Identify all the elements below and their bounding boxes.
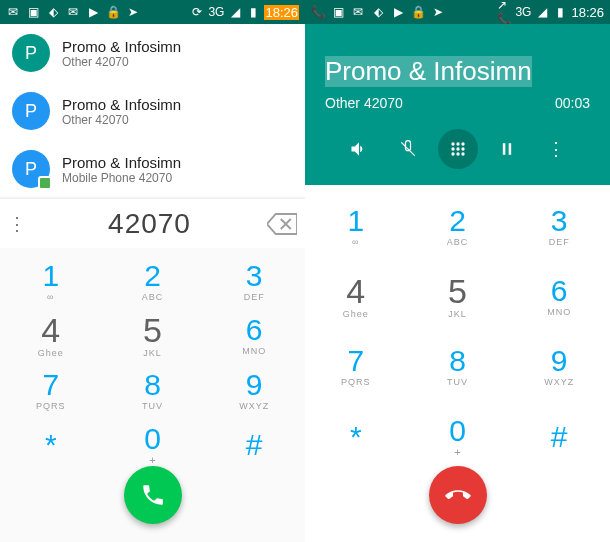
contact-name: Promo & Infosimn — [62, 96, 181, 113]
status-left-icons: ✉ ▣ ⬖ ✉ ▶ 🔒 ➤ — [6, 5, 140, 19]
hold-button[interactable] — [487, 129, 527, 169]
svg-point-0 — [451, 142, 454, 145]
dialpad-key-2[interactable]: 2ABC — [102, 254, 204, 309]
dialpad-button[interactable] — [438, 129, 478, 169]
phone-icon — [140, 482, 166, 508]
contact-number: Other 42070 — [62, 113, 181, 127]
suggestion-text: Promo & Infosimn Other 42070 — [62, 38, 181, 69]
network-label: 3G — [208, 5, 224, 19]
dialpad-key-4[interactable]: 4Ghee — [305, 261, 407, 331]
dialpad-key-5[interactable]: 5JKL — [407, 261, 509, 331]
call-duration: 00:03 — [555, 95, 590, 111]
key-letters: PQRS — [36, 401, 66, 411]
svg-point-8 — [461, 152, 464, 155]
key-letters: WXYZ — [239, 401, 269, 411]
dialpad-key-5[interactable]: 5JKL — [102, 309, 204, 364]
sync-icon: ⟳ — [190, 5, 204, 19]
svg-point-7 — [456, 152, 459, 155]
overflow-menu-button[interactable]: ⋮ — [8, 213, 32, 235]
dialpad-key-6[interactable]: 6MNO — [508, 261, 610, 331]
sim-badge-icon — [38, 176, 52, 190]
key-letters: JKL — [448, 309, 467, 319]
hangup-button[interactable] — [429, 466, 487, 524]
dialer-screen: ✉ ▣ ⬖ ✉ ▶ 🔒 ➤ ⟳ 3G ◢ ▮ 18:26 P Promo & I… — [0, 0, 305, 542]
key-letters: DEF — [244, 292, 265, 302]
network-label: 3G — [515, 5, 531, 19]
status-right: ↗📞 3G ◢ ▮ 18:26 — [497, 5, 604, 20]
suggestion-item[interactable]: P Promo & Infosimn Other 42070 — [0, 24, 305, 82]
lock-icon: 🔒 — [106, 5, 120, 19]
hangup-icon — [445, 482, 471, 508]
svg-point-3 — [451, 147, 454, 150]
dialed-number: 42070 — [32, 208, 267, 240]
contact-number: Mobile Phone 42070 — [62, 171, 181, 185]
avatar: P — [12, 150, 50, 188]
avatar: P — [12, 92, 50, 130]
key-digit: # — [246, 430, 263, 460]
dialpad-key-3[interactable]: 3DEF — [508, 191, 610, 261]
key-digit: 0 — [449, 416, 466, 446]
dialpad-key-3[interactable]: 3DEF — [203, 254, 305, 309]
dialpad-key-*[interactable]: * — [305, 402, 407, 472]
status-bar: 📞 ▣ ✉ ⬖ ▶ 🔒 ➤ ↗📞 3G ◢ ▮ 18:26 — [305, 0, 610, 24]
suggestion-item[interactable]: P Promo & Infosimn Other 42070 — [0, 82, 305, 140]
key-letters: Ghee — [38, 348, 64, 358]
dialpad-key-8[interactable]: 8TUV — [407, 332, 509, 402]
dialed-number-row: ⋮ 42070 — [0, 198, 305, 248]
contact-suggestions: P Promo & Infosimn Other 42070 P Promo &… — [0, 24, 305, 198]
mute-button[interactable] — [388, 129, 428, 169]
svg-point-4 — [456, 147, 459, 150]
key-letters: TUV — [142, 401, 163, 411]
key-digit: 6 — [246, 315, 263, 345]
lock-icon: 🔒 — [411, 5, 425, 19]
dialpad-key-1[interactable]: 1∞ — [0, 254, 102, 309]
key-digit: 5 — [143, 313, 162, 347]
suggestion-item[interactable]: P Promo & Infosimn Mobile Phone 42070 — [0, 140, 305, 198]
backspace-button[interactable] — [267, 213, 297, 235]
dialpad-key-9[interactable]: 9WXYZ — [508, 332, 610, 402]
gmail-icon: ✉ — [66, 5, 80, 19]
incall-screen: 📞 ▣ ✉ ⬖ ▶ 🔒 ➤ ↗📞 3G ◢ ▮ 18:26 Promo & In… — [305, 0, 610, 542]
dialpad-key-#[interactable]: # — [203, 418, 305, 473]
svg-point-1 — [456, 142, 459, 145]
key-digit: 1 — [347, 206, 364, 236]
dialpad-key-8[interactable]: 8TUV — [102, 363, 204, 418]
call-actions: ⋮ — [325, 129, 590, 169]
call-button[interactable] — [124, 466, 182, 524]
dialpad-icon — [448, 139, 468, 159]
status-left-icons: 📞 ▣ ✉ ⬖ ▶ 🔒 ➤ — [311, 5, 445, 19]
dialpad-key-6[interactable]: 6MNO — [203, 309, 305, 364]
key-digit: 9 — [246, 370, 263, 400]
dialpad-key-7[interactable]: 7PQRS — [305, 332, 407, 402]
key-letters: Ghee — [343, 309, 369, 319]
dialpad-key-9[interactable]: 9WXYZ — [203, 363, 305, 418]
contact-name: Promo & Infosimn — [62, 154, 181, 171]
dialpad-key-4[interactable]: 4Ghee — [0, 309, 102, 364]
speaker-button[interactable] — [339, 129, 379, 169]
key-digit: 3 — [246, 261, 263, 291]
key-digit: 2 — [144, 261, 161, 291]
status-right: ⟳ 3G ◢ ▮ 18:26 — [190, 5, 299, 20]
suggestion-text: Promo & Infosimn Mobile Phone 42070 — [62, 154, 181, 185]
key-digit: 3 — [551, 206, 568, 236]
contact-name: Promo & Infosimn — [62, 38, 181, 55]
key-digit: 4 — [41, 313, 60, 347]
dialpad-key-0[interactable]: 0+ — [407, 402, 509, 472]
youtube-icon: ▶ — [86, 5, 100, 19]
battery-icon: ▮ — [553, 5, 567, 19]
dialpad-key-2[interactable]: 2ABC — [407, 191, 509, 261]
dialpad-key-*[interactable]: * — [0, 418, 102, 473]
key-digit: 9 — [551, 346, 568, 376]
dialpad-key-1[interactable]: 1∞ — [305, 191, 407, 261]
dialpad-key-0[interactable]: 0+ — [102, 418, 204, 473]
key-digit: 8 — [449, 346, 466, 376]
more-icon: ⋮ — [547, 138, 565, 160]
key-digit: 8 — [144, 370, 161, 400]
dialpad-key-7[interactable]: 7PQRS — [0, 363, 102, 418]
dialpad-key-#[interactable]: # — [508, 402, 610, 472]
key-letters: TUV — [447, 377, 468, 387]
avatar: P — [12, 34, 50, 72]
call-overflow-button[interactable]: ⋮ — [536, 129, 576, 169]
key-letters: MNO — [547, 307, 571, 317]
svg-point-2 — [461, 142, 464, 145]
